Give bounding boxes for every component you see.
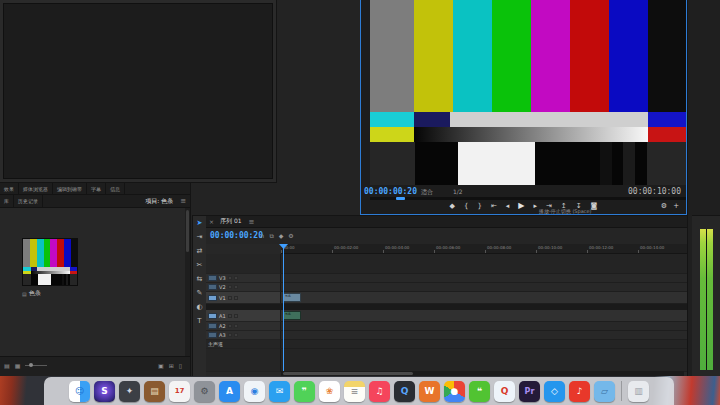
button-editor-plus-icon[interactable]: + <box>673 201 679 211</box>
project-item-label[interactable]: 色条 <box>29 289 41 298</box>
icon-view-icon[interactable]: ▦ <box>15 362 21 369</box>
dock-icon-wechat[interactable]: ❝ <box>469 381 490 402</box>
dock-icon-wps-office[interactable]: W <box>419 381 440 402</box>
razor-tool[interactable]: ✂ <box>197 261 203 270</box>
track-lock-icon[interactable] <box>234 324 238 328</box>
pen-tool[interactable]: ✎ <box>197 289 203 298</box>
audio-clip-bars[interactable]: 色条 <box>283 311 301 320</box>
track-lane-V2[interactable] <box>281 283 687 292</box>
timeline-scrollbar-thumb[interactable] <box>283 372 413 375</box>
tab-4[interactable]: 字幕 <box>87 183 106 195</box>
step-forward-icon[interactable]: ▸ <box>533 201 537 211</box>
track-lock-icon[interactable] <box>234 314 238 318</box>
tab-sequence-01[interactable]: 序列 01 <box>217 217 245 226</box>
source-patch-A1[interactable] <box>208 313 217 319</box>
slip-tool[interactable]: ⇆ <box>197 275 203 284</box>
type-tool[interactable]: T <box>197 317 201 326</box>
dock-icon-books[interactable]: ▤ <box>144 381 165 402</box>
new-item-icon[interactable]: ⊞ <box>169 362 174 369</box>
dock-icon-chrome[interactable]: ● <box>444 381 465 402</box>
selection-tool[interactable]: ➤ <box>197 219 203 228</box>
project-scrollbar[interactable] <box>185 208 190 356</box>
mark-out-icon[interactable]: } <box>477 201 481 211</box>
program-timecode[interactable]: 00:00:00:20 <box>364 187 417 196</box>
tab-project-active[interactable]: 项目: 色条 <box>142 197 176 206</box>
tab-row2-1[interactable]: 库 <box>0 195 14 207</box>
track-lane-A2[interactable] <box>281 322 687 331</box>
source-patch-A2[interactable] <box>208 323 217 329</box>
track-lane-V1[interactable]: 色条 <box>281 292 687 304</box>
dock-icon-calendar[interactable]: 17 <box>169 381 190 402</box>
tab-2[interactable]: 媒体浏览器 <box>19 183 53 195</box>
dock-icon-app-store[interactable]: A <box>219 381 240 402</box>
dock-icon-siri[interactable]: S <box>94 381 115 402</box>
project-panel[interactable]: 效果媒体浏览器编辑到磁带字幕信息 库历史记录 项目: 色条 ≡ ▤ 色条 <box>0 183 191 376</box>
track-toggle-icon[interactable] <box>228 314 232 318</box>
timeline-timecode[interactable]: 00:00:00:20 <box>210 231 263 240</box>
settings-wrench-icon[interactable]: ⚙ <box>661 201 667 211</box>
track-lock-icon[interactable] <box>234 276 238 280</box>
track-select-tool[interactable]: ⇥ <box>197 233 203 242</box>
track-header-A3[interactable]: A3 <box>206 331 281 340</box>
project-item-bars[interactable]: ▤ 色条 <box>22 238 78 298</box>
dock-icon-system-preferences[interactable]: ⚙ <box>194 381 215 402</box>
dock-icon-qq[interactable]: Q <box>494 381 515 402</box>
track-lane-V3[interactable] <box>281 274 687 283</box>
track-lane-blank[interactable] <box>281 340 687 349</box>
dock-icon-launchpad[interactable]: ✦ <box>119 381 140 402</box>
tab-5[interactable]: 信息 <box>106 183 125 195</box>
source-monitor-panel[interactable] <box>0 0 277 183</box>
dock-icon-vscode[interactable]: ◇ <box>544 381 565 402</box>
track-header-A2[interactable]: A2 <box>206 322 281 331</box>
delete-icon[interactable]: ▯ <box>179 362 182 369</box>
play-icon[interactable]: ▶ <box>518 201 524 211</box>
zoom-fit-dropdown[interactable]: 适合 <box>421 188 433 197</box>
close-icon[interactable]: × <box>206 218 217 225</box>
source-patch-V2[interactable] <box>208 284 217 290</box>
list-view-icon[interactable]: ▤ <box>4 362 10 369</box>
linked-selection-icon[interactable]: ⧉ <box>269 232 273 240</box>
source-patch-A3[interactable] <box>208 332 217 338</box>
dock-icon-notes[interactable]: ≡ <box>344 381 365 402</box>
tab-3[interactable]: 编辑到磁带 <box>53 183 87 195</box>
project-scrollbar-thumb[interactable] <box>186 210 189 252</box>
hand-tool[interactable]: ◐ <box>196 303 202 312</box>
panel-menu-icon[interactable]: ≡ <box>176 197 190 205</box>
dock-icon-safari[interactable]: ◉ <box>244 381 265 402</box>
track-header-V3[interactable]: V3 <box>206 274 281 283</box>
track-header-A1[interactable]: A1 <box>206 310 281 322</box>
bars-thumbnail[interactable] <box>22 238 78 286</box>
zoom-slider-knob[interactable] <box>29 363 33 367</box>
new-bin-icon[interactable]: ▣ <box>158 362 164 369</box>
track-header-V1[interactable]: V1 <box>206 292 281 304</box>
mark-in-icon[interactable]: { <box>464 201 468 211</box>
track-lock-icon[interactable] <box>234 333 238 337</box>
dock-icon-folder-downloads[interactable]: ▱ <box>594 381 615 402</box>
dock-icon-quicktime[interactable]: Q <box>394 381 415 402</box>
add-marker-icon[interactable]: ◆ <box>450 201 455 211</box>
track-lock-icon[interactable] <box>234 285 238 289</box>
track-toggle-icon[interactable] <box>228 324 232 328</box>
dock-icon-photos[interactable]: ❀ <box>319 381 340 402</box>
audio-meters-panel[interactable] <box>692 215 720 376</box>
playhead-line[interactable] <box>283 244 284 371</box>
program-monitor-panel[interactable]: 00:00:00:20 适合 1/2 00:00:10:00 ◆{}⇤◂▶▸⇥↥… <box>360 0 687 215</box>
tab-1[interactable]: 效果 <box>0 183 19 195</box>
source-patch-V1[interactable] <box>208 295 217 301</box>
track-lane-A1[interactable]: 色条 <box>281 310 687 322</box>
track-toggle-icon[interactable] <box>228 285 232 289</box>
timeline-horizontal-scrollbar[interactable] <box>281 371 684 376</box>
add-marker-icon[interactable]: ◆ <box>279 232 284 240</box>
zoom-slider[interactable] <box>25 365 47 366</box>
step-back-icon[interactable]: ◂ <box>506 201 510 211</box>
go-to-in-icon[interactable]: ⇤ <box>491 201 497 211</box>
track-toggle-icon[interactable] <box>228 276 232 280</box>
tab-row2-2[interactable]: 历史记录 <box>14 195 43 207</box>
snap-icon[interactable]: ∩ <box>260 232 264 240</box>
track-header-V2[interactable]: V2 <box>206 283 281 292</box>
timeline-panel[interactable]: × 序列 01 ≡ 00:00:00:20 ∩⧉◆⚙ 00:0000:00:02… <box>206 215 687 376</box>
dock-icon-premiere-pro[interactable]: Pr <box>519 381 540 402</box>
source-patch-V3[interactable] <box>208 275 217 281</box>
track-lane-blank[interactable] <box>281 254 687 274</box>
dock-icon-music[interactable]: ♫ <box>369 381 390 402</box>
